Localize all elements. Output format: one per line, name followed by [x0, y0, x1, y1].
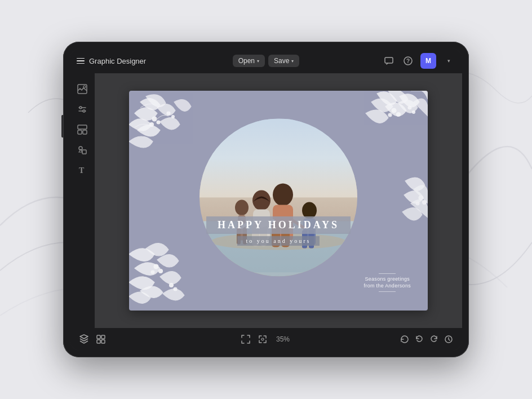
seasons-line-bottom	[379, 291, 396, 292]
menu-button[interactable]	[77, 58, 85, 64]
svg-point-55	[261, 338, 264, 340]
svg-rect-10	[78, 130, 82, 134]
tablet-frame: Graphic Designer Open ▾ Save ▾	[63, 42, 469, 357]
history-icon[interactable]	[444, 335, 453, 344]
svg-point-39	[159, 269, 163, 273]
svg-point-45	[388, 113, 392, 117]
bottom-toolbar: 35%	[70, 328, 462, 351]
svg-rect-51	[97, 335, 100, 339]
svg-point-46	[408, 106, 411, 109]
bottom-toolbar-center: 35%	[203, 334, 328, 344]
image-tool[interactable]	[73, 80, 91, 98]
svg-point-36	[167, 112, 170, 115]
tablet-screen: Graphic Designer Open ▾ Save ▾	[70, 48, 462, 351]
svg-point-42	[174, 287, 177, 291]
svg-rect-9	[78, 125, 87, 129]
svg-point-33	[152, 117, 157, 121]
account-chevron-icon[interactable]: ▾	[442, 54, 455, 68]
elements-tool[interactable]	[73, 141, 91, 159]
headline-text: HAPPY HOLIDAYS	[206, 216, 351, 234]
comment-icon[interactable]	[382, 54, 396, 68]
top-toolbar: Graphic Designer Open ▾ Save ▾	[70, 48, 462, 73]
design-canvas[interactable]: HAPPY HOLIDAYS to you and yours Seasons …	[129, 91, 428, 311]
open-button[interactable]: Open ▾	[233, 55, 265, 67]
svg-rect-53	[97, 340, 100, 343]
svg-point-40	[151, 271, 154, 274]
redo-icon[interactable]	[429, 335, 438, 344]
svg-rect-13	[82, 150, 86, 154]
zoom-level[interactable]: 35%	[274, 335, 291, 343]
layout-tool[interactable]	[73, 121, 91, 139]
svg-point-44	[397, 113, 401, 117]
svg-point-34	[157, 121, 160, 124]
help-icon[interactable]: ?	[401, 54, 415, 68]
seasons-line-top	[379, 273, 396, 274]
toolbar-center: Open ▾ Save ▾	[233, 55, 300, 67]
photo-circle	[200, 118, 357, 276]
app-title: Graphic Designer	[89, 57, 146, 65]
adjust-tool[interactable]	[73, 100, 91, 118]
svg-point-38	[154, 264, 158, 269]
fit-frame-icon[interactable]	[241, 334, 251, 344]
toolbar-right: ? M ▾	[304, 53, 455, 69]
svg-text:?: ?	[406, 58, 410, 64]
svg-rect-52	[101, 335, 105, 339]
svg-rect-11	[83, 130, 87, 134]
svg-rect-0	[385, 57, 393, 63]
undo-icon[interactable]	[415, 335, 424, 344]
svg-point-35	[150, 123, 154, 127]
toolbar-left: Graphic Designer	[77, 57, 228, 65]
svg-point-41	[170, 283, 174, 287]
svg-rect-54	[101, 340, 105, 343]
zoom-fit-icon[interactable]	[258, 334, 268, 344]
bottom-toolbar-left	[79, 334, 203, 344]
svg-point-4	[83, 86, 86, 88]
svg-point-25	[273, 183, 293, 206]
svg-point-48	[419, 196, 423, 200]
user-avatar[interactable]: M	[420, 53, 436, 69]
bottom-toolbar-right	[329, 335, 453, 344]
save-button[interactable]: Save ▾	[268, 55, 299, 67]
seasons-line1: Seasons greetings	[364, 276, 411, 283]
rotate-icon[interactable]	[400, 335, 409, 344]
seasons-line2: from the Andersons	[364, 282, 411, 290]
svg-point-8	[83, 110, 85, 112]
svg-point-17	[235, 200, 249, 215]
subline-text: to you and yours	[237, 236, 320, 246]
seasons-greetings: Seasons greetings from the Andersons	[364, 272, 411, 294]
svg-text:T: T	[79, 166, 85, 175]
headline-group: HAPPY HOLIDAYS to you and yours	[129, 216, 428, 246]
main-area: T	[70, 73, 462, 328]
left-sidebar: T	[70, 73, 95, 328]
svg-point-43	[392, 108, 396, 113]
happy-holidays-text: HAPPY HOLIDAYS	[129, 216, 428, 234]
svg-point-47	[413, 111, 415, 114]
layers-icon[interactable]	[79, 334, 89, 344]
svg-point-37	[172, 116, 175, 118]
family-silhouette	[200, 150, 357, 276]
grid-icon[interactable]	[96, 334, 106, 344]
svg-point-6	[79, 107, 82, 109]
text-tool[interactable]: T	[73, 161, 91, 179]
canvas-area: HAPPY HOLIDAYS to you and yours Seasons …	[95, 73, 462, 328]
svg-point-50	[416, 202, 419, 205]
svg-point-49	[423, 201, 427, 205]
